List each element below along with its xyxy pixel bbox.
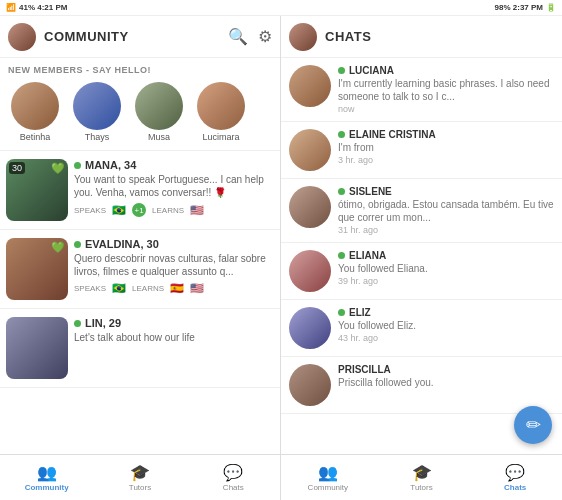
- speaks-flag-ev: 🇧🇷: [112, 282, 126, 295]
- ci-avatar-lin: [6, 317, 68, 379]
- speaks-label-mana: SPEAKS: [74, 206, 106, 215]
- chat-name-eliz: ELIZ: [349, 307, 371, 318]
- member-item[interactable]: Lucimara: [192, 82, 250, 142]
- community-nav-label: Community: [25, 483, 69, 492]
- nav-item-tutors-left[interactable]: 🎓 Tutors: [93, 455, 186, 500]
- chat-avatar-sislene: [289, 186, 331, 228]
- chat-content-priscilla: PRISCILLA Priscilla followed you.: [338, 364, 554, 406]
- chat-message-elaine: I'm from: [338, 141, 554, 154]
- right-status-bar: 98% 2:37 PM 🔋: [281, 0, 562, 15]
- community-list: 30 💚 MANA, 34 You want to speak Portugue…: [0, 150, 280, 454]
- learns-label-mana: LEARNS: [152, 206, 184, 215]
- chat-time-sislene: 31 hr. ago: [338, 225, 554, 235]
- chats-nav-icon: 💬: [223, 463, 243, 482]
- left-status-bar: 📶 41% 4:21 PM: [0, 0, 281, 15]
- chat-content-eliz: ELIZ You followed Eliz. 43 hr. ago: [338, 307, 554, 349]
- learns-flag-mana: 🇺🇸: [190, 204, 204, 217]
- chat-item-sislene[interactable]: SISLENE ótimo, obrigada. Estou cansada t…: [281, 179, 562, 243]
- chat-item-eliana[interactable]: ELIANA You followed Eliana. 39 hr. ago: [281, 243, 562, 300]
- left-user-avatar: [8, 23, 36, 51]
- ci-name-mana: MANA, 34: [85, 159, 136, 171]
- speaks-plus-mana: +1: [132, 203, 146, 217]
- chats-nav-label-r: Chats: [504, 483, 526, 492]
- community-nav-label-r: Community: [308, 483, 348, 492]
- nav-item-chats-left[interactable]: 💬 Chats: [187, 455, 280, 500]
- heart-icon: 💚: [51, 162, 65, 175]
- search-icon[interactable]: 🔍: [228, 27, 248, 46]
- chat-item-luciana[interactable]: LUCIANA I'm currently learning basic phr…: [281, 58, 562, 122]
- left-bottom-nav: 👥 Community 🎓 Tutors 💬 Chats: [0, 454, 280, 500]
- chat-name-priscilla: PRISCILLA: [338, 364, 391, 375]
- chat-message-eliz: You followed Eliz.: [338, 319, 554, 332]
- member-item[interactable]: Thays: [68, 82, 126, 142]
- community-item-evaldina[interactable]: 💚 EVALDINA, 30 Quero descobrir novas cul…: [0, 230, 280, 309]
- ci-name-evaldina: EVALDINA, 30: [85, 238, 159, 250]
- chat-content-elaine: ELAINE CRISTINA I'm from 3 hr. ago: [338, 129, 554, 171]
- member-avatar-thays: [73, 82, 121, 130]
- online-dot: [338, 252, 345, 259]
- nav-item-chats-right[interactable]: 💬 Chats: [468, 455, 562, 500]
- member-name-lucimara: Lucimara: [202, 132, 239, 142]
- online-dot-lin: [74, 320, 81, 327]
- ci-avatar-evaldina: 💚: [6, 238, 68, 300]
- chat-name-luciana: LUCIANA: [349, 65, 394, 76]
- online-dot: [338, 309, 345, 316]
- community-nav-icon-r: 👥: [318, 463, 338, 482]
- filter-icon[interactable]: ⚙: [258, 27, 272, 46]
- chat-item-elaine[interactable]: ELAINE CRISTINA I'm from 3 hr. ago: [281, 122, 562, 179]
- community-item-lin[interactable]: LIN, 29 Let's talk about how our life: [0, 309, 280, 388]
- new-members-label: NEW MEMBERS - SAY HELLO!: [0, 62, 280, 78]
- new-members-row: Betinha Thays Musa Lucimara: [0, 78, 280, 150]
- tutors-nav-label-r: Tutors: [410, 483, 432, 492]
- member-name-betinha: Betinha: [20, 132, 51, 142]
- heart-icon-ev: 💚: [51, 241, 65, 254]
- online-dot-evaldina: [74, 241, 81, 248]
- chats-nav-label: Chats: [223, 483, 244, 492]
- chat-time-eliana: 39 hr. ago: [338, 276, 554, 286]
- chat-avatar-elaine: [289, 129, 331, 171]
- ci-content-mana: MANA, 34 You want to speak Portuguese...…: [74, 159, 274, 221]
- ci-content-evaldina: EVALDINA, 30 Quero descobrir novas cultu…: [74, 238, 274, 300]
- member-item[interactable]: Musa: [130, 82, 188, 142]
- right-panel: CHATS LUCIANA I'm currently learning bas…: [281, 16, 562, 500]
- left-header-icons: 🔍 ⚙: [228, 27, 272, 46]
- chat-avatar-eliz: [289, 307, 331, 349]
- right-header-title: CHATS: [325, 29, 371, 44]
- chat-time-eliz: 43 hr. ago: [338, 333, 554, 343]
- left-status-text: 41% 4:21 PM: [19, 3, 67, 12]
- community-nav-icon: 👥: [37, 463, 57, 482]
- left-panel: COMMUNITY 🔍 ⚙ NEW MEMBERS - SAY HELLO! B…: [0, 16, 281, 500]
- right-status-text: 98% 2:37 PM: [495, 3, 543, 12]
- chat-avatar-eliana: [289, 250, 331, 292]
- nav-item-tutors-right[interactable]: 🎓 Tutors: [375, 455, 469, 500]
- chat-content-luciana: LUCIANA I'm currently learning basic phr…: [338, 65, 554, 114]
- chats-nav-icon-r: 💬: [505, 463, 525, 482]
- online-dot: [338, 131, 345, 138]
- chat-item-eliz[interactable]: ELIZ You followed Eliz. 43 hr. ago: [281, 300, 562, 357]
- speaks-flag-mana: 🇧🇷: [112, 204, 126, 217]
- online-dot: [338, 67, 345, 74]
- chat-avatar-priscilla: [289, 364, 331, 406]
- ci-badge-mana: 30: [9, 162, 25, 174]
- nav-item-community-left[interactable]: 👥 Community: [0, 455, 93, 500]
- fab-button[interactable]: ✏: [514, 406, 552, 444]
- member-name-musa: Musa: [148, 132, 170, 142]
- ci-message-lin: Let's talk about how our life: [74, 331, 274, 344]
- nav-item-community-right[interactable]: 👥 Community: [281, 455, 375, 500]
- ci-name-lin: LIN, 29: [85, 317, 121, 329]
- ci-avatar-mana: 30 💚: [6, 159, 68, 221]
- chat-message-eliana-text: You followed Eliana.: [338, 262, 554, 275]
- chat-item-priscilla[interactable]: PRISCILLA Priscilla followed you.: [281, 357, 562, 414]
- chat-name-sislene: SISLENE: [349, 186, 392, 197]
- member-item[interactable]: Betinha: [6, 82, 64, 142]
- tutors-nav-icon-r: 🎓: [412, 463, 432, 482]
- community-item-mana[interactable]: 30 💚 MANA, 34 You want to speak Portugue…: [0, 151, 280, 230]
- member-avatar-lucimara: [197, 82, 245, 130]
- ci-content-lin: LIN, 29 Let's talk about how our life: [74, 317, 274, 379]
- left-header: COMMUNITY 🔍 ⚙: [0, 16, 280, 58]
- right-user-avatar: [289, 23, 317, 51]
- right-bottom-nav: 👥 Community 🎓 Tutors 💬 Chats: [281, 454, 562, 500]
- left-status-icons: 📶: [6, 3, 16, 12]
- learns-label-ev: LEARNS: [132, 284, 164, 293]
- online-dot: [338, 188, 345, 195]
